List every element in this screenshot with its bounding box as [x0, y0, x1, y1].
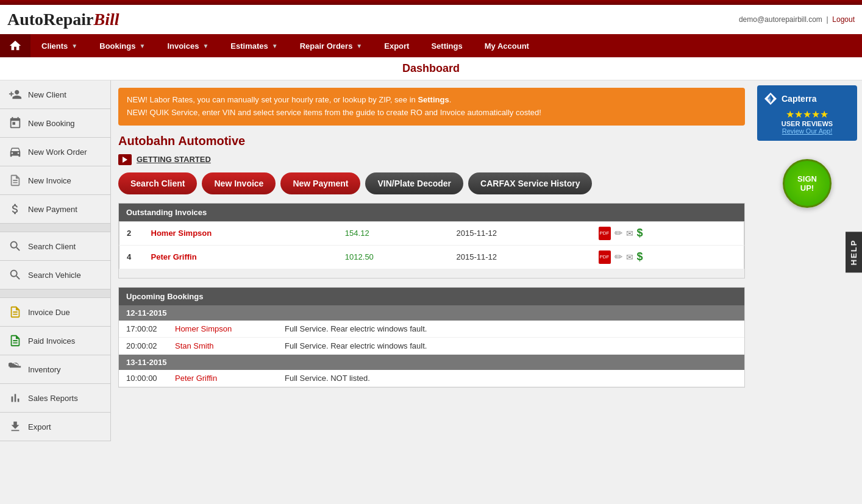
search-vehicle-icon	[7, 267, 23, 283]
nav-bar: Clients ▼ Bookings ▼ Invoices ▼ Estimate…	[0, 34, 862, 57]
nav-repair-orders[interactable]: Repair Orders ▼	[289, 34, 374, 57]
list-item[interactable]: 17:00:02 Homer Simpson Full Service. Rea…	[119, 321, 744, 338]
sidebar-item-export[interactable]: Export	[0, 413, 110, 441]
sidebar-label-new-invoice: New Invoice	[28, 176, 71, 185]
signup-widget: SIGN UP!	[757, 159, 857, 208]
nav-estimates[interactable]: Estimates ▼	[219, 34, 288, 57]
invoice-date: 2015-11-12	[449, 221, 591, 245]
pdf-button[interactable]: PDF	[599, 227, 611, 240]
mail-icon[interactable]: ✉	[626, 229, 633, 238]
help-tab[interactable]: HELP	[846, 232, 862, 272]
getting-started-link[interactable]: GETTING STARTED	[137, 155, 211, 164]
table-row[interactable]: 4 Peter Griffin 1012.50 2015-11-12 PDF ✏…	[119, 245, 744, 269]
vin-decoder-button[interactable]: VIN/Plate Decoder	[365, 172, 463, 194]
nav-bookings[interactable]: Bookings ▼	[88, 34, 156, 57]
getting-started: GETTING STARTED	[118, 154, 745, 165]
list-item[interactable]: 20:00:02 Stan Smith Full Service. Rear e…	[119, 337, 744, 354]
outstanding-invoices-section: Outstanding Invoices 2 Homer Simpson 154…	[118, 203, 745, 279]
sidebar-item-sales-reports[interactable]: Sales Reports	[0, 384, 110, 413]
sidebar-item-paid-invoices[interactable]: Paid Invoices	[0, 327, 110, 355]
sidebar-item-new-work-order[interactable]: New Work Order	[0, 138, 110, 166]
invoice-date: 2015-11-12	[449, 245, 591, 269]
sidebar-item-search-vehicle[interactable]: Search Vehicle	[0, 261, 110, 289]
carfax-button[interactable]: CARFAX Service History	[468, 172, 592, 194]
booking-table: 17:00:02 Homer Simpson Full Service. Rea…	[119, 321, 744, 355]
sidebar-label-paid-invoices: Paid Invoices	[28, 336, 75, 346]
list-item[interactable]: 10:00:00 Peter Griffin Full Service. NOT…	[119, 370, 744, 387]
nav-settings[interactable]: Settings	[420, 34, 473, 57]
nav-home[interactable]	[0, 34, 30, 57]
alert-line2: NEW! QUIK Service, enter VIN and select …	[127, 107, 736, 119]
booking-description: Full Service. NOT listed.	[277, 370, 744, 387]
calendar-icon	[7, 115, 23, 131]
sidebar-label-export: Export	[28, 422, 51, 431]
upcoming-bookings-section: Upcoming Bookings 12-11-2015 17:00:02 Ho…	[118, 287, 745, 388]
booking-table: 10:00:00 Peter Griffin Full Service. NOT…	[119, 370, 744, 387]
settings-link[interactable]: Settings	[418, 95, 449, 104]
logo-text-bill: Bill	[94, 10, 119, 29]
mail-icon[interactable]: ✉	[626, 252, 633, 262]
booking-client: Homer Simpson	[168, 321, 277, 338]
sidebar-divider-2	[0, 289, 110, 298]
table-row[interactable]: 2 Homer Simpson 154.12 2015-11-12 PDF ✏ …	[119, 221, 744, 245]
signup-line2: UP!	[800, 183, 814, 193]
search-client-button[interactable]: Search Client	[118, 172, 197, 194]
upcoming-bookings-header: Upcoming Bookings	[119, 288, 744, 305]
booking-date-header: 12-11-2015	[119, 305, 744, 321]
logout-link[interactable]: Logout	[832, 15, 855, 24]
sidebar-item-new-payment[interactable]: New Payment	[0, 195, 110, 224]
sidebar-item-new-booking[interactable]: New Booking	[0, 109, 110, 138]
bookings-content: 12-11-2015 17:00:02 Homer Simpson Full S…	[119, 305, 744, 387]
invoice-actions: PDF ✏ ✉ $	[591, 221, 744, 245]
pdf-button[interactable]: PDF	[599, 250, 611, 264]
inventory-icon	[7, 361, 23, 377]
booking-description: Full Service. Rear electric windows faul…	[277, 337, 744, 354]
sidebar-label-inventory: Inventory	[28, 365, 60, 374]
nav-export[interactable]: Export	[373, 34, 420, 57]
nav-clients[interactable]: Clients ▼	[30, 34, 88, 57]
document-icon	[7, 172, 23, 188]
sidebar-divider-1	[0, 224, 110, 232]
invoice-num: 4	[119, 245, 144, 269]
signup-button[interactable]: SIGN UP!	[783, 159, 832, 208]
sidebar-item-invoice-due[interactable]: Invoice Due	[0, 298, 110, 327]
nav-invoices[interactable]: Invoices ▼	[156, 34, 219, 57]
capterra-name: Capterra	[782, 94, 817, 104]
client-name: Peter Griffin	[144, 245, 338, 269]
sidebar-label-search-client: Search Client	[28, 242, 76, 251]
pay-icon[interactable]: $	[637, 250, 643, 263]
pay-icon[interactable]: $	[637, 227, 643, 240]
app-logo: AutoRepairBill	[7, 10, 119, 29]
export-icon	[7, 419, 23, 435]
sidebar-label-search-vehicle: Search Vehicle	[28, 271, 81, 280]
nav-my-account[interactable]: My Account	[474, 34, 540, 57]
sidebar-item-search-client[interactable]: Search Client	[0, 232, 110, 261]
main-layout: New Client New Booking New Work Order	[0, 80, 862, 441]
capterra-diamond-icon	[763, 91, 778, 106]
capterra-review-link[interactable]: Review Our App!	[763, 127, 851, 135]
booking-description: Full Service. Rear electric windows faul…	[277, 321, 744, 338]
sidebar-label-new-client: New Client	[28, 90, 66, 99]
page-title: Dashboard	[0, 57, 862, 80]
paid-invoices-icon	[7, 333, 23, 349]
signup-line1: SIGN	[797, 174, 817, 183]
nav-arrow: ▼	[139, 43, 145, 49]
edit-icon[interactable]: ✏	[614, 251, 622, 263]
capterra-stars: ★★★★★	[763, 108, 851, 120]
sidebar-label-sales-reports: Sales Reports	[28, 394, 78, 403]
new-payment-button[interactable]: New Payment	[280, 172, 360, 194]
alert-banner: NEW! Labor Rates, you can manually set y…	[118, 88, 745, 126]
sidebar-label-new-work-order: New Work Order	[28, 147, 87, 157]
new-invoice-button[interactable]: New Invoice	[202, 172, 276, 194]
booking-time: 20:00:02	[119, 337, 168, 354]
booking-date-header: 13-11-2015	[119, 355, 744, 370]
sidebar-item-inventory[interactable]: Inventory	[0, 355, 110, 384]
sidebar-label-new-payment: New Payment	[28, 205, 77, 214]
business-name: Autobahn Automotive	[118, 134, 745, 148]
user-info: demo@autorepairbill.com | Logout	[739, 15, 855, 24]
sidebar-item-new-client[interactable]: New Client	[0, 80, 110, 109]
edit-icon[interactable]: ✏	[614, 227, 622, 239]
booking-time: 17:00:02	[119, 321, 168, 338]
top-bar	[0, 0, 862, 5]
sidebar-item-new-invoice[interactable]: New Invoice	[0, 166, 110, 195]
